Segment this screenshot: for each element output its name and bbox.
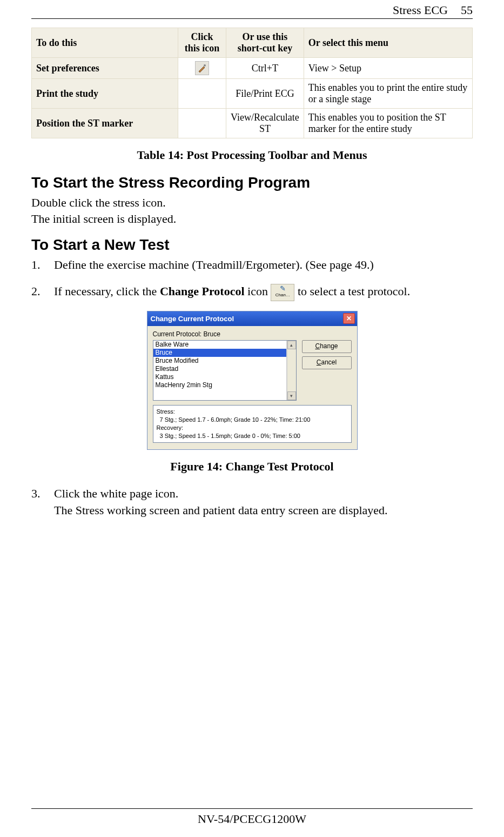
figure-caption: Figure 14: Change Test Protocol [31, 460, 473, 474]
scroll-up-icon[interactable]: ▴ [287, 341, 296, 349]
footer-text: NV-54/PCECG1200W [0, 812, 504, 826]
change-protocol-icon: ✎Chan… [271, 284, 294, 301]
svg-point-0 [204, 64, 206, 67]
list-item[interactable]: Balke Ware [153, 341, 286, 349]
th-select-menu: Or select this menu [304, 28, 472, 58]
body-start-program: Double click the stress icon. The initia… [31, 195, 473, 227]
row-menu: This enables you to print the entire stu… [304, 79, 472, 109]
info-recovery-title: Recovery: [157, 424, 348, 432]
change-btn-rest: hange [320, 342, 338, 350]
table-row: Set preferences Ctrl+T View > Setup [32, 58, 473, 79]
protocol-info: Stress: 7 Stg.; Speed 1.7 - 6.0mph; Grad… [153, 405, 352, 443]
step2-pre: If necessary, click the [54, 284, 160, 298]
table-row: Print the study File/Print ECG This enab… [32, 79, 473, 109]
ordered-list-cont: 3. Click the white page icon. The Stress… [31, 486, 473, 519]
th-shortcut: Or use this short-cut key [226, 28, 304, 58]
page-header: Stress ECG 55 [31, 0, 473, 19]
table-row: Position the ST marker View/Recalculate … [32, 109, 473, 138]
change-button[interactable]: Change [302, 340, 352, 353]
post-processing-table: To do this Click this icon Or use this s… [31, 28, 473, 138]
list-number: 3. [31, 486, 44, 519]
row-shortcut: View/Recalculate ST [226, 109, 304, 138]
info-stress-title: Stress: [157, 408, 348, 416]
list-text: Define the exercise machine (Treadmill/E… [54, 257, 473, 274]
list-item: 3. Click the white page icon. The Stress… [31, 486, 473, 519]
row-icon-cell [178, 79, 226, 109]
header-section: Stress ECG [393, 3, 448, 17]
row-shortcut: File/Print ECG [226, 79, 304, 109]
row-shortcut: Ctrl+T [226, 58, 304, 79]
row-menu: This enables you to position the ST mark… [304, 109, 472, 138]
list-text: If necessary, click the Change Protocol … [54, 283, 473, 301]
scrollbar[interactable]: ▴ ▾ [287, 341, 296, 400]
protocol-listbox[interactable]: Balke Ware Bruce Bruce Modified Ellestad… [153, 340, 297, 401]
list-item[interactable]: MacHenry 2min Stg [153, 381, 286, 389]
change-protocol-label: Chan… [271, 293, 294, 297]
info-stress-line: 7 Stg.; Speed 1.7 - 6.0mph; Grade 10 - 2… [157, 416, 348, 424]
list-item: 1. Define the exercise machine (Treadmil… [31, 257, 473, 274]
list-item: 2. If necessary, click the Change Protoc… [31, 283, 473, 301]
list-item[interactable]: Kattus [153, 373, 286, 381]
row-icon-cell [178, 58, 226, 79]
th-click-icon: Click this icon [178, 28, 226, 58]
figure-change-protocol: Change Current Protocol ✕ Current Protoc… [147, 311, 358, 450]
dialog-title-text: Change Current Protocol [151, 315, 234, 323]
row-icon-cell [178, 109, 226, 138]
current-protocol-label: Current Protocol: Bruce [153, 330, 352, 338]
footer-rule [31, 808, 473, 809]
close-glyph: ✕ [346, 315, 352, 322]
list-item[interactable]: Ellestad [153, 365, 286, 373]
heading-new-test: To Start a New Test [31, 236, 473, 254]
cancel-button[interactable]: Cancel [302, 356, 352, 369]
list-item[interactable]: Bruce Modified [153, 357, 286, 365]
dialog-body: Current Protocol: Bruce Balke Ware Bruce… [147, 326, 357, 449]
cancel-btn-rest: ancel [321, 358, 337, 366]
table-header-row: To do this Click this icon Or use this s… [32, 28, 473, 58]
row-label: Set preferences [32, 58, 178, 79]
scroll-down-icon[interactable]: ▾ [287, 391, 296, 400]
list-number: 2. [31, 283, 44, 301]
dialog-button-column: Change Cancel [302, 340, 352, 369]
step2-post: to select a test protocol. [294, 284, 410, 298]
list-text: Click the white page icon. The Stress wo… [54, 486, 473, 519]
change-btn-underline: C [315, 342, 320, 350]
dialog-change-protocol: Change Current Protocol ✕ Current Protoc… [147, 311, 358, 450]
table-caption: Table 14: Post Processing Toolbar and Me… [31, 148, 473, 162]
info-recovery-line: 3 Stg.; Speed 1.5 - 1.5mph; Grade 0 - 0%… [157, 432, 348, 440]
preferences-icon [195, 61, 209, 75]
row-menu: View > Setup [304, 58, 472, 79]
list-item[interactable]: Bruce [153, 349, 286, 357]
protocol-list-inner: Balke Ware Bruce Bruce Modified Ellestad… [153, 341, 287, 400]
dialog-titlebar: Change Current Protocol ✕ [147, 311, 357, 326]
change-protocol-glyph: ✎ [271, 285, 294, 293]
close-icon[interactable]: ✕ [343, 313, 355, 324]
ordered-list: 1. Define the exercise machine (Treadmil… [31, 257, 473, 301]
list-number: 1. [31, 257, 44, 274]
step2-bold: Change Protocol [160, 284, 245, 298]
heading-start-program: To Start the Stress Recording Program [31, 174, 473, 191]
step2-mid: icon [245, 284, 271, 298]
header-page-number: 55 [461, 3, 473, 17]
th-to-do-this: To do this [32, 28, 178, 58]
row-label: Position the ST marker [32, 109, 178, 138]
row-label: Print the study [32, 79, 178, 109]
